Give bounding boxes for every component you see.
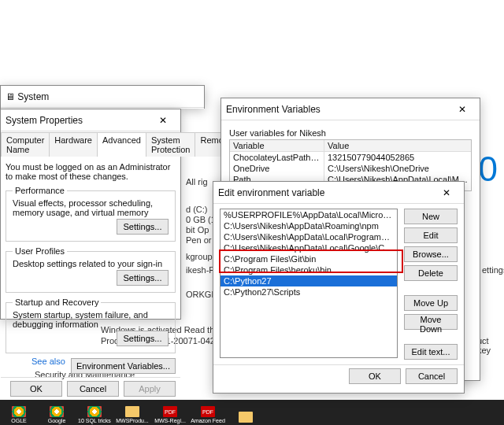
new-button[interactable]: New	[404, 209, 458, 224]
peek-text: 0 GB (1	[186, 215, 216, 224]
peek-text: kgroup	[186, 252, 213, 261]
performance-legend: Performance	[13, 186, 67, 195]
edit-button[interactable]: Edit	[404, 227, 458, 243]
dialog-title: Edit environment variable	[218, 187, 324, 198]
list-item[interactable]: C:\Users\Nikesh\AppData\Local\Google\Clo…	[220, 242, 397, 253]
close-icon[interactable]: ✕	[434, 184, 459, 201]
product-key-link[interactable]: uct key	[477, 336, 504, 355]
ok-button[interactable]: OK	[349, 368, 401, 384]
pdf-icon: PDF	[163, 406, 177, 417]
list-item[interactable]: C:\Python27\Scripts	[220, 286, 397, 298]
chrome-icon	[87, 406, 102, 417]
tab-computer-name[interactable]: Computer Name	[1, 132, 50, 157]
dialog-title: System Properties	[6, 115, 83, 126]
taskbar-item[interactable]: MWSProdu...	[113, 400, 151, 425]
startup-desc: System startup, system failure, and debu…	[13, 310, 169, 329]
taskbar-item[interactable]: PDFAmazon Feed	[189, 400, 227, 425]
taskbar-item[interactable]: 10 SQL tricks	[76, 400, 113, 425]
taskbar-item[interactable]: OGLE	[0, 400, 38, 425]
taskbar-item[interactable]: Google	[38, 400, 76, 425]
user-profiles-desc: Desktop settings related to your sign-in	[13, 259, 169, 268]
taskbar-item[interactable]	[227, 400, 265, 425]
taskbar: OGLE Google 10 SQL tricks MWSProdu... PD…	[0, 400, 504, 425]
chrome-icon	[12, 406, 26, 417]
edit-text-button[interactable]: Edit text...	[404, 344, 458, 360]
list-item[interactable]: C:\Program Files\heroku\bin	[220, 264, 397, 275]
user-profiles-settings-button[interactable]: Settings...	[117, 270, 169, 286]
tab-strip: Computer Name Hardware Advanced System P…	[1, 131, 180, 157]
system-title: System	[17, 91, 49, 102]
peek-text: ikesh-P	[186, 265, 215, 275]
startup-recovery-group: Startup and Recovery System startup, sys…	[6, 298, 176, 353]
peek-text: d (C:)	[186, 205, 208, 214]
user-profiles-legend: User Profiles	[13, 246, 67, 256]
cancel-button[interactable]: Cancel	[406, 368, 458, 384]
close-icon[interactable]: ✕	[150, 112, 176, 129]
list-item[interactable]: C:\Program Files\Git\bin	[220, 253, 397, 264]
apply-button[interactable]: Apply	[124, 381, 176, 397]
tab-hardware[interactable]: Hardware	[49, 132, 98, 157]
list-item[interactable]: C:\Python27	[220, 275, 397, 286]
tab-system-protection[interactable]: System Protection	[146, 132, 196, 157]
peek-text: All rig	[186, 177, 208, 187]
list-item[interactable]: C:\Users\Nikesh\AppData\Roaming\npm	[220, 220, 397, 231]
startup-settings-button[interactable]: Settings...	[117, 331, 169, 346]
performance-settings-button[interactable]: Settings...	[117, 219, 169, 235]
close-icon[interactable]: ✕	[450, 101, 475, 118]
peek-text: Pen or	[186, 235, 211, 245]
titlebar[interactable]: Edit environment variable ✕	[213, 182, 464, 204]
move-up-button[interactable]: Move Up	[404, 295, 458, 311]
titlebar[interactable]: System Properties ✕	[1, 109, 180, 131]
taskbar-item[interactable]: PDFMWS-Regi...	[151, 400, 189, 425]
cancel-button[interactable]: Cancel	[67, 381, 119, 397]
settings-link[interactable]: ettings	[482, 265, 504, 275]
performance-desc: Visual effects, processor scheduling, me…	[13, 198, 169, 217]
column-variable[interactable]: Variable	[230, 140, 324, 151]
move-down-button[interactable]: Move Down	[404, 314, 458, 330]
delete-button[interactable]: Delete	[404, 265, 458, 281]
environment-variables-button[interactable]: Environment Variables...	[71, 358, 176, 374]
explorer-icon	[239, 412, 253, 423]
column-value[interactable]: Value	[324, 140, 471, 151]
admin-notice: You must be logged on as an Administrato…	[6, 162, 176, 181]
chrome-icon	[50, 406, 64, 417]
user-profiles-group: User Profiles Desktop settings related t…	[6, 246, 176, 293]
tab-advanced[interactable]: Advanced	[97, 132, 146, 157]
computer-icon: 🖥	[6, 91, 15, 102]
startup-legend: Startup and Recovery	[13, 298, 101, 307]
user-variables-label: User variables for Nikesh	[229, 128, 472, 138]
system-properties-dialog: System Properties ✕ Computer Name Hardwa…	[0, 109, 181, 320]
system-window: 🖥 System	[0, 85, 205, 109]
table-row[interactable]: ChocolateyLastPathUpdate1321507790440528…	[230, 152, 471, 163]
dialog-title: Environment Variables	[226, 104, 321, 115]
titlebar[interactable]: Environment Variables ✕	[221, 98, 480, 120]
pdf-icon: PDF	[201, 406, 215, 417]
list-item[interactable]: %USERPROFILE%\AppData\Local\Microsoft\Wi…	[220, 209, 397, 220]
browse-button[interactable]: Browse...	[404, 246, 458, 262]
list-item[interactable]: C:\Users\Nikesh\AppData\Local\Programs\M…	[220, 231, 397, 242]
folder-icon	[125, 406, 139, 417]
peek-text: bit Op	[186, 225, 209, 235]
edit-environment-variable-dialog: Edit environment variable ✕ %USERPROFILE…	[213, 181, 465, 394]
path-entries-list[interactable]: %USERPROFILE%\AppData\Local\Microsoft\Wi…	[220, 209, 398, 358]
table-row[interactable]: OneDriveC:\Users\Nikesh\OneDrive	[230, 163, 471, 174]
performance-group: Performance Visual effects, processor sc…	[6, 186, 176, 242]
ok-button[interactable]: OK	[10, 381, 62, 397]
